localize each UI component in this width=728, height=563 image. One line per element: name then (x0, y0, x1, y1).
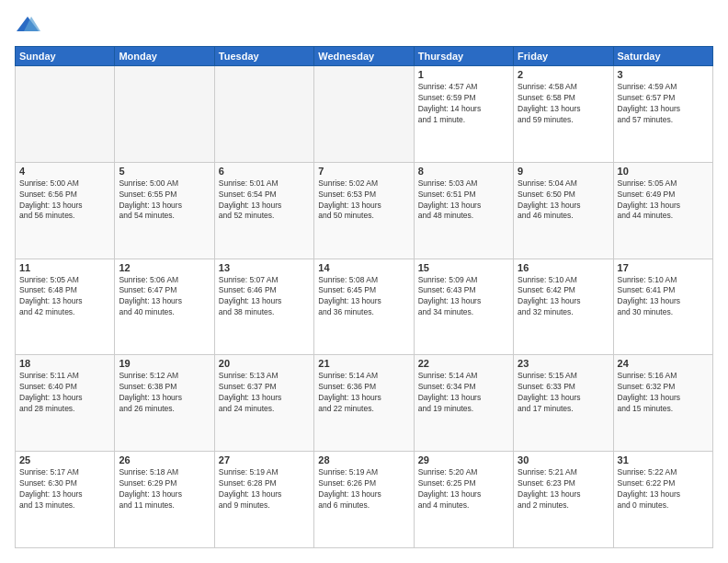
day-cell: 18Sunrise: 5:11 AM Sunset: 6:40 PM Dayli… (16, 355, 115, 452)
day-number: 29 (418, 454, 509, 465)
day-number: 8 (418, 166, 509, 177)
day-cell: 23Sunrise: 5:15 AM Sunset: 6:33 PM Dayli… (514, 355, 613, 452)
day-info: Sunrise: 5:02 AM Sunset: 6:53 PM Dayligh… (318, 178, 409, 223)
day-info: Sunrise: 5:21 AM Sunset: 6:23 PM Dayligh… (518, 467, 609, 511)
week-row-2: 11Sunrise: 5:05 AM Sunset: 6:48 PM Dayli… (16, 259, 713, 355)
day-number: 9 (518, 166, 609, 177)
day-info: Sunrise: 5:14 AM Sunset: 6:36 PM Dayligh… (318, 371, 409, 415)
day-info: Sunrise: 5:17 AM Sunset: 6:30 PM Dayligh… (19, 467, 110, 511)
day-number: 7 (318, 166, 409, 177)
week-row-4: 25Sunrise: 5:17 AM Sunset: 6:30 PM Dayli… (16, 452, 713, 548)
day-cell: 30Sunrise: 5:21 AM Sunset: 6:23 PM Dayli… (514, 452, 613, 548)
day-info: Sunrise: 5:10 AM Sunset: 6:41 PM Dayligh… (618, 275, 709, 319)
day-info: Sunrise: 5:14 AM Sunset: 6:34 PM Dayligh… (418, 371, 509, 415)
page: SundayMondayTuesdayWednesdayThursdayFrid… (0, 0, 728, 563)
weekday-saturday: Saturday (613, 47, 712, 66)
day-number: 18 (19, 358, 110, 369)
day-number: 15 (418, 262, 509, 273)
day-info: Sunrise: 5:05 AM Sunset: 6:48 PM Dayligh… (19, 275, 110, 319)
day-number: 27 (219, 454, 310, 465)
day-info: Sunrise: 5:16 AM Sunset: 6:32 PM Dayligh… (618, 371, 709, 415)
day-info: Sunrise: 5:01 AM Sunset: 6:54 PM Dayligh… (219, 178, 310, 223)
day-cell: 31Sunrise: 5:22 AM Sunset: 6:22 PM Dayli… (613, 452, 712, 548)
day-info: Sunrise: 5:20 AM Sunset: 6:25 PM Dayligh… (418, 467, 509, 511)
day-number: 23 (518, 358, 609, 369)
day-cell: 12Sunrise: 5:06 AM Sunset: 6:47 PM Dayli… (115, 259, 214, 355)
day-info: Sunrise: 4:57 AM Sunset: 6:59 PM Dayligh… (418, 82, 509, 126)
day-info: Sunrise: 5:12 AM Sunset: 6:38 PM Dayligh… (119, 371, 210, 415)
header (15, 15, 713, 37)
day-cell: 27Sunrise: 5:19 AM Sunset: 6:28 PM Dayli… (214, 452, 313, 548)
day-info: Sunrise: 5:00 AM Sunset: 6:55 PM Dayligh… (119, 178, 210, 223)
day-number: 14 (318, 262, 409, 273)
day-cell: 9Sunrise: 5:04 AM Sunset: 6:50 PM Daylig… (514, 162, 613, 259)
day-cell: 1Sunrise: 4:57 AM Sunset: 6:59 PM Daylig… (414, 66, 513, 163)
day-cell (115, 66, 214, 163)
day-number: 17 (618, 262, 709, 273)
day-number: 30 (518, 454, 609, 465)
day-cell: 13Sunrise: 5:07 AM Sunset: 6:46 PM Dayli… (214, 259, 313, 355)
day-cell: 14Sunrise: 5:08 AM Sunset: 6:45 PM Dayli… (314, 259, 414, 355)
day-info: Sunrise: 5:06 AM Sunset: 6:47 PM Dayligh… (119, 275, 210, 319)
day-number: 25 (19, 454, 110, 465)
day-cell (16, 66, 115, 163)
day-number: 21 (318, 358, 409, 369)
day-cell: 22Sunrise: 5:14 AM Sunset: 6:34 PM Dayli… (414, 355, 513, 452)
calendar-table: SundayMondayTuesdayWednesdayThursdayFrid… (15, 46, 713, 548)
day-number: 1 (418, 69, 509, 80)
day-info: Sunrise: 5:00 AM Sunset: 6:56 PM Dayligh… (19, 178, 110, 223)
day-cell: 26Sunrise: 5:18 AM Sunset: 6:29 PM Dayli… (115, 452, 214, 548)
day-number: 10 (618, 166, 709, 177)
weekday-tuesday: Tuesday (214, 47, 313, 66)
day-number: 5 (119, 166, 210, 177)
day-cell: 17Sunrise: 5:10 AM Sunset: 6:41 PM Dayli… (613, 259, 712, 355)
day-cell: 16Sunrise: 5:10 AM Sunset: 6:42 PM Dayli… (514, 259, 613, 355)
day-number: 6 (219, 166, 310, 177)
day-number: 28 (318, 454, 409, 465)
day-info: Sunrise: 5:07 AM Sunset: 6:46 PM Dayligh… (219, 275, 310, 319)
week-row-3: 18Sunrise: 5:11 AM Sunset: 6:40 PM Dayli… (16, 355, 713, 452)
day-number: 2 (518, 69, 609, 80)
day-cell: 28Sunrise: 5:19 AM Sunset: 6:26 PM Dayli… (314, 452, 414, 548)
day-number: 4 (19, 166, 110, 177)
day-cell: 3Sunrise: 4:59 AM Sunset: 6:57 PM Daylig… (613, 66, 712, 163)
day-cell: 5Sunrise: 5:00 AM Sunset: 6:55 PM Daylig… (115, 162, 214, 259)
day-info: Sunrise: 4:58 AM Sunset: 6:58 PM Dayligh… (518, 82, 609, 126)
day-cell: 8Sunrise: 5:03 AM Sunset: 6:51 PM Daylig… (414, 162, 513, 259)
day-info: Sunrise: 5:13 AM Sunset: 6:37 PM Dayligh… (219, 371, 310, 415)
day-cell (214, 66, 313, 163)
day-cell: 25Sunrise: 5:17 AM Sunset: 6:30 PM Dayli… (16, 452, 115, 548)
day-number: 3 (618, 69, 709, 80)
day-cell: 11Sunrise: 5:05 AM Sunset: 6:48 PM Dayli… (16, 259, 115, 355)
weekday-header-row: SundayMondayTuesdayWednesdayThursdayFrid… (16, 47, 713, 66)
weekday-monday: Monday (115, 47, 214, 66)
logo-icon (15, 15, 40, 37)
day-cell: 15Sunrise: 5:09 AM Sunset: 6:43 PM Dayli… (414, 259, 513, 355)
day-cell: 7Sunrise: 5:02 AM Sunset: 6:53 PM Daylig… (314, 162, 414, 259)
day-number: 19 (119, 358, 210, 369)
day-number: 24 (618, 358, 709, 369)
weekday-thursday: Thursday (414, 47, 513, 66)
day-number: 22 (418, 358, 509, 369)
day-cell: 6Sunrise: 5:01 AM Sunset: 6:54 PM Daylig… (214, 162, 313, 259)
day-info: Sunrise: 5:19 AM Sunset: 6:26 PM Dayligh… (318, 467, 409, 511)
day-number: 26 (119, 454, 210, 465)
day-number: 20 (219, 358, 310, 369)
weekday-sunday: Sunday (16, 47, 115, 66)
day-cell: 4Sunrise: 5:00 AM Sunset: 6:56 PM Daylig… (16, 162, 115, 259)
week-row-1: 4Sunrise: 5:00 AM Sunset: 6:56 PM Daylig… (16, 162, 713, 259)
day-number: 12 (119, 262, 210, 273)
day-info: Sunrise: 5:04 AM Sunset: 6:50 PM Dayligh… (518, 178, 609, 223)
day-cell: 29Sunrise: 5:20 AM Sunset: 6:25 PM Dayli… (414, 452, 513, 548)
day-cell: 21Sunrise: 5:14 AM Sunset: 6:36 PM Dayli… (314, 355, 414, 452)
day-info: Sunrise: 5:10 AM Sunset: 6:42 PM Dayligh… (518, 275, 609, 319)
day-info: Sunrise: 5:03 AM Sunset: 6:51 PM Dayligh… (418, 178, 509, 223)
weekday-friday: Friday (514, 47, 613, 66)
day-info: Sunrise: 5:09 AM Sunset: 6:43 PM Dayligh… (418, 275, 509, 319)
day-number: 13 (219, 262, 310, 273)
day-info: Sunrise: 5:08 AM Sunset: 6:45 PM Dayligh… (318, 275, 409, 319)
day-number: 31 (618, 454, 709, 465)
day-info: Sunrise: 5:11 AM Sunset: 6:40 PM Dayligh… (19, 371, 110, 415)
day-info: Sunrise: 5:19 AM Sunset: 6:28 PM Dayligh… (219, 467, 310, 511)
day-info: Sunrise: 5:22 AM Sunset: 6:22 PM Dayligh… (618, 467, 709, 511)
